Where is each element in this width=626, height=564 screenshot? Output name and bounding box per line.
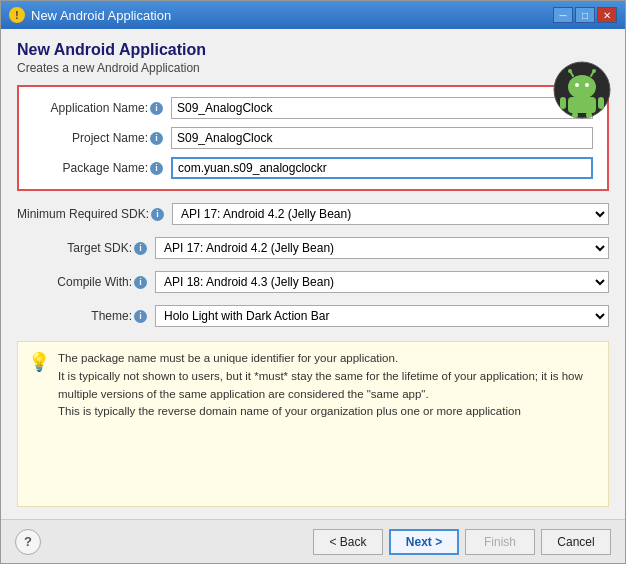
window-controls: ─ □ ✕ [553, 7, 617, 23]
svg-point-6 [575, 83, 579, 87]
app-name-label: Application Name: i [33, 101, 163, 115]
svg-rect-8 [568, 97, 596, 113]
compile-with-select[interactable]: API 18: Android 4.3 (Jelly Bean) [155, 271, 609, 293]
svg-point-1 [568, 75, 596, 99]
theme-info-icon[interactable]: i [134, 310, 147, 323]
target-sdk-select[interactable]: API 17: Android 4.2 (Jelly Bean) [155, 237, 609, 259]
project-name-input[interactable] [171, 127, 593, 149]
target-sdk-info-icon[interactable]: i [134, 242, 147, 255]
svg-rect-12 [586, 112, 592, 118]
compile-with-label: Compile With: i [17, 275, 147, 289]
svg-point-5 [592, 69, 596, 73]
target-sdk-row: Target SDK: i API 17: Android 4.2 (Jelly… [17, 237, 609, 259]
app-name-input[interactable] [171, 97, 593, 119]
info-text: The package name must be a unique identi… [58, 350, 598, 421]
info-section: 💡 The package name must be a unique iden… [17, 341, 609, 507]
title-bar-left: ! New Android Application [9, 7, 171, 23]
min-sdk-label: Minimum Required SDK: i [17, 207, 164, 221]
package-name-info-icon[interactable]: i [150, 162, 163, 175]
back-button[interactable]: < Back [313, 529, 383, 555]
svg-rect-9 [560, 97, 566, 109]
min-sdk-row: Minimum Required SDK: i API 17: Android … [17, 203, 609, 225]
theme-select[interactable]: Holo Light with Dark Action Bar [155, 305, 609, 327]
button-bar: ? < Back Next > Finish Cancel [1, 519, 625, 563]
project-name-info-icon[interactable]: i [150, 132, 163, 145]
app-name-row: Application Name: i [33, 97, 593, 119]
form-section: Application Name: i Project Name: i Pack… [17, 85, 609, 191]
help-button[interactable]: ? [15, 529, 41, 555]
project-name-label: Project Name: i [33, 131, 163, 145]
min-sdk-select[interactable]: API 17: Android 4.2 (Jelly Bean) [172, 203, 609, 225]
nav-buttons: < Back Next > Finish Cancel [313, 529, 611, 555]
target-sdk-label: Target SDK: i [17, 241, 147, 255]
package-name-row: Package Name: i [33, 157, 593, 179]
main-window: ! New Android Application ─ □ ✕ [0, 0, 626, 564]
next-button[interactable]: Next > [389, 529, 459, 555]
package-name-input[interactable] [171, 157, 593, 179]
maximize-button[interactable]: □ [575, 7, 595, 23]
theme-label: Theme: i [17, 309, 147, 323]
svg-rect-10 [598, 97, 604, 109]
finish-button[interactable]: Finish [465, 529, 535, 555]
compile-info-icon[interactable]: i [134, 276, 147, 289]
app-name-info-icon[interactable]: i [150, 102, 163, 115]
window-title: New Android Application [31, 8, 171, 23]
min-sdk-info-icon[interactable]: i [151, 208, 164, 221]
page-subtitle: Creates a new Android Application [17, 61, 206, 75]
theme-row: Theme: i Holo Light with Dark Action Bar [17, 305, 609, 327]
svg-point-3 [568, 69, 572, 73]
cancel-button[interactable]: Cancel [541, 529, 611, 555]
android-logo [553, 61, 611, 119]
title-bar: ! New Android Application ─ □ ✕ [1, 1, 625, 29]
svg-point-7 [585, 83, 589, 87]
window-icon: ! [9, 7, 25, 23]
header-text: New Android Application Creates a new An… [17, 41, 206, 75]
lightbulb-icon: 💡 [28, 351, 50, 373]
page-title: New Android Application [17, 41, 206, 59]
svg-rect-11 [572, 112, 578, 118]
minimize-button[interactable]: ─ [553, 7, 573, 23]
content-area: New Android Application Creates a new An… [1, 29, 625, 519]
close-button[interactable]: ✕ [597, 7, 617, 23]
package-name-label: Package Name: i [33, 161, 163, 175]
compile-with-row: Compile With: i API 18: Android 4.3 (Jel… [17, 271, 609, 293]
header-row: New Android Application Creates a new An… [17, 41, 609, 75]
project-name-row: Project Name: i [33, 127, 593, 149]
